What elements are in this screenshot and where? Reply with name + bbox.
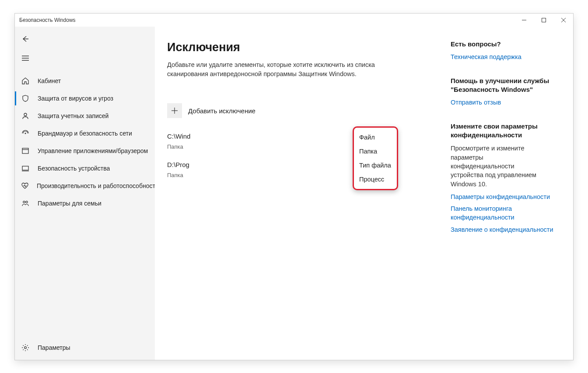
sidebar: Кабинет Защита от вирусов и угроз Защита… bbox=[15, 27, 155, 360]
add-exclusion-label: Добавить исключение bbox=[188, 107, 256, 115]
home-icon bbox=[21, 77, 30, 85]
svg-rect-1 bbox=[542, 18, 546, 22]
sidebar-item-label: Брандмауэр и безопасность сети bbox=[38, 130, 132, 137]
body: Кабинет Защита от вирусов и угроз Защита… bbox=[15, 27, 573, 360]
exclusion-list: C:\Wind Папка D:\Prog bbox=[167, 129, 360, 178]
gear-icon bbox=[21, 343, 30, 352]
person-icon bbox=[21, 112, 30, 120]
questions-title: Есть вопросы? bbox=[451, 40, 565, 49]
sidebar-item-label: Параметры bbox=[38, 344, 70, 351]
sidebar-item-label: Управление приложениями/браузером bbox=[38, 147, 148, 154]
heart-icon bbox=[21, 181, 29, 190]
sidebar-item-label: Параметры для семьи bbox=[38, 200, 102, 207]
dropdown-item-file[interactable]: Файл bbox=[354, 130, 397, 144]
sidebar-item-account[interactable]: Защита учетных записей bbox=[15, 107, 155, 125]
app-window: Безопасность Windows bbox=[14, 13, 574, 360]
exclusion-item[interactable]: C:\Wind Папка bbox=[167, 129, 360, 150]
privacy-dashboard-link[interactable]: Панель мониторинга конфиденциальности bbox=[451, 205, 565, 222]
svg-point-13 bbox=[23, 201, 25, 203]
main: Исключения Добавьте или удалите элементы… bbox=[155, 27, 573, 360]
page-title: Исключения bbox=[167, 41, 442, 54]
sidebar-item-home[interactable]: Кабинет bbox=[15, 72, 155, 90]
sidebar-item-family[interactable]: Параметры для семьи bbox=[15, 195, 155, 212]
feedback-link[interactable]: Отправить отзыв bbox=[451, 98, 565, 107]
svg-point-8 bbox=[25, 133, 26, 134]
back-button[interactable] bbox=[15, 29, 155, 49]
titlebar: Безопасность Windows bbox=[15, 14, 573, 27]
family-icon bbox=[21, 199, 30, 208]
right-column: Есть вопросы? Техническая поддержка Помо… bbox=[451, 27, 573, 360]
add-exclusion-dropdown: Файл Папка Тип файла Процесс bbox=[353, 126, 398, 190]
add-exclusion-button[interactable]: Добавить исключение bbox=[167, 103, 442, 118]
support-link[interactable]: Техническая поддержка bbox=[451, 53, 565, 62]
sidebar-item-firewall[interactable]: Брандмауэр и безопасность сети bbox=[15, 125, 155, 142]
privacy-statement-link[interactable]: Заявление о конфиденциальности bbox=[451, 226, 565, 234]
sidebar-item-appbrowser[interactable]: Управление приложениями/браузером bbox=[15, 142, 155, 160]
close-button[interactable] bbox=[553, 14, 573, 27]
sidebar-item-label: Защита от вирусов и угроз bbox=[38, 95, 113, 102]
close-icon bbox=[561, 18, 566, 22]
network-icon bbox=[21, 129, 30, 138]
window-controls bbox=[514, 14, 573, 27]
sidebar-item-health[interactable]: Производительность и работоспособность у… bbox=[15, 177, 155, 195]
privacy-block: Измените свои параметры конфиденциальнос… bbox=[451, 122, 565, 234]
back-arrow-icon bbox=[21, 35, 30, 43]
svg-point-7 bbox=[24, 113, 27, 116]
svg-rect-9 bbox=[22, 148, 28, 153]
questions-block: Есть вопросы? Техническая поддержка bbox=[451, 40, 565, 62]
exclusion-type: Папка bbox=[167, 143, 360, 150]
help-block: Помощь в улучшении службы "Безопасность … bbox=[451, 77, 565, 107]
page-description: Добавьте или удалите элементы, которые х… bbox=[167, 60, 386, 79]
svg-point-15 bbox=[24, 347, 27, 349]
sidebar-item-device[interactable]: Безопасность устройства bbox=[15, 160, 155, 177]
svg-rect-11 bbox=[22, 166, 28, 170]
minimize-icon bbox=[522, 18, 526, 22]
help-title: Помощь в улучшении службы "Безопасность … bbox=[451, 77, 565, 94]
sidebar-item-label: Производительность и работоспособность у… bbox=[37, 182, 155, 189]
dropdown-item-folder[interactable]: Папка bbox=[354, 144, 397, 158]
privacy-text: Просмотрите и измените параметры конфиде… bbox=[451, 144, 547, 188]
exclusion-item[interactable]: D:\Prog Папка bbox=[167, 158, 360, 178]
hamburger-icon bbox=[21, 54, 30, 63]
privacy-title: Измените свои параметры конфиденциальнос… bbox=[451, 122, 565, 140]
sidebar-item-label: Защита учетных записей bbox=[38, 112, 108, 119]
dropdown-item-process[interactable]: Процесс bbox=[354, 172, 397, 186]
maximize-icon bbox=[542, 18, 546, 22]
hamburger-button[interactable] bbox=[15, 49, 155, 68]
exclusion-path: D:\Prog bbox=[167, 161, 189, 168]
privacy-settings-link[interactable]: Параметры конфиденциальности bbox=[451, 193, 565, 202]
minimize-button[interactable] bbox=[514, 14, 534, 27]
exclusion-path: C:\Wind bbox=[167, 132, 190, 140]
sidebar-item-label: Безопасность устройства bbox=[38, 165, 110, 172]
maximize-button[interactable] bbox=[534, 14, 553, 27]
shield-icon bbox=[21, 94, 30, 103]
device-icon bbox=[21, 164, 30, 173]
plus-icon bbox=[167, 103, 182, 118]
sidebar-item-virus[interactable]: Защита от вирусов и угроз bbox=[15, 90, 155, 107]
dropdown-item-filetype[interactable]: Тип файла bbox=[354, 158, 397, 172]
sidebar-item-label: Кабинет bbox=[38, 77, 61, 84]
app-browser-icon bbox=[21, 146, 30, 155]
sidebar-item-settings[interactable]: Параметры bbox=[15, 339, 155, 356]
exclusion-type: Папка bbox=[167, 172, 360, 178]
svg-point-14 bbox=[26, 201, 28, 203]
window-title: Безопасность Windows bbox=[19, 17, 76, 23]
content: Исключения Добавьте или удалите элементы… bbox=[155, 27, 451, 360]
